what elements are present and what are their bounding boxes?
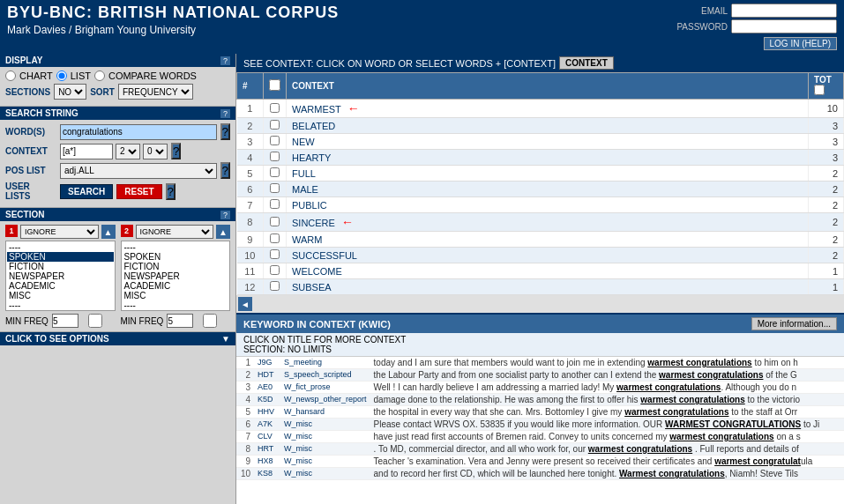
list-item[interactable]: ACADEMIC	[123, 281, 229, 291]
kwic-code2[interactable]: W_misc	[280, 443, 370, 456]
tot-check[interactable]	[814, 85, 825, 95]
row-word[interactable]: PUBLIC	[287, 197, 809, 213]
context-num2-select[interactable]: 0123	[143, 144, 168, 159]
list-item[interactable]: ----	[7, 300, 114, 310]
kwic-code2[interactable]: W_newsp_other_report	[280, 394, 370, 406]
word-link[interactable]: BELATED	[292, 121, 335, 131]
list-item[interactable]: ACADEMIC	[7, 281, 114, 291]
col1-type-select[interactable]: IGNORE	[20, 225, 99, 239]
list-item[interactable]: ----	[7, 242, 114, 252]
row-check[interactable]	[264, 134, 287, 150]
select-all-check[interactable]	[269, 79, 280, 91]
word-link[interactable]: NEW	[292, 137, 315, 147]
login-button[interactable]: LOG IN (HELP)	[764, 37, 837, 50]
options-bar[interactable]: CLICK TO SEE OPTIONS ▼	[0, 332, 235, 345]
context-help-btn[interactable]: ?	[171, 143, 181, 159]
results-nav-left[interactable]: ◄	[238, 297, 252, 311]
word-link[interactable]: FULL	[292, 168, 316, 179]
search-help-btn[interactable]: ?	[220, 109, 230, 118]
kwic-code2[interactable]: S_meeting	[280, 357, 370, 369]
context-num1-select[interactable]: 2134	[116, 144, 140, 159]
userlist-help-btn[interactable]: ?	[166, 183, 176, 200]
section-list2[interactable]: ---- SPOKEN FICTION NEWSPAPER ACADEMIC M…	[121, 241, 231, 311]
word-link[interactable]: SUBSEA	[292, 282, 332, 293]
sort-select[interactable]: FREQUENCY	[118, 84, 193, 100]
row-word[interactable]: SUBSEA	[287, 279, 809, 295]
list-item[interactable]: FICTION	[123, 262, 229, 271]
row-check[interactable]	[264, 263, 287, 279]
row-check[interactable]	[264, 232, 287, 248]
pos-help-btn[interactable]: ?	[220, 162, 230, 179]
min-freq2-input[interactable]	[167, 314, 193, 328]
word-input[interactable]	[60, 124, 217, 140]
kwic-code2[interactable]: W_hansard	[280, 406, 370, 419]
kwic-title-link[interactable]: W_fict_prose	[284, 382, 331, 391]
kwic-code2[interactable]: W_misc	[280, 419, 370, 431]
row-word[interactable]: MALE	[287, 182, 809, 197]
kwic-code2[interactable]: W_misc	[280, 431, 370, 443]
kwic-title-link[interactable]: W_misc	[284, 432, 312, 441]
pos-select[interactable]: adj.ALL	[60, 163, 217, 179]
word-link[interactable]: WARM	[292, 234, 322, 245]
min-freq1-input[interactable]	[52, 314, 78, 328]
kwic-title-link[interactable]: S_speech_scripted	[284, 370, 352, 379]
kwic-title-link[interactable]: W_misc	[284, 456, 312, 465]
row-check[interactable]	[264, 279, 287, 295]
display-help-btn[interactable]: ?	[220, 56, 230, 65]
list-item[interactable]: MISC	[7, 291, 114, 300]
word-link[interactable]: WELCOME	[292, 266, 342, 277]
context-button[interactable]: CONTEXT	[559, 56, 614, 70]
kwic-title-link[interactable]: W_misc	[284, 469, 312, 478]
row-word[interactable]: WARM	[287, 232, 809, 248]
kwic-code2[interactable]: W_misc	[280, 468, 370, 480]
kwic-title-link[interactable]: W_hansard	[284, 407, 325, 416]
list-item[interactable]: MISC	[123, 291, 229, 300]
list-item[interactable]: SPOKEN	[7, 252, 114, 262]
reset-button[interactable]: RESET	[116, 184, 161, 199]
row-word[interactable]: NEW	[287, 134, 809, 150]
row-check[interactable]	[264, 118, 287, 134]
sections-select[interactable]: NO	[54, 84, 86, 100]
min-freq1-check[interactable]	[82, 314, 108, 328]
word-link[interactable]: SINCERE	[292, 218, 335, 228]
col2-type-select[interactable]: IGNORE	[136, 225, 214, 239]
password-input[interactable]	[731, 19, 837, 33]
list-item[interactable]: ----	[123, 242, 229, 252]
row-word[interactable]: BELATED	[287, 118, 809, 134]
col1-scroll-up[interactable]: ▲	[101, 225, 116, 239]
search-button[interactable]: SEARCH	[60, 184, 113, 199]
section-help-btn[interactable]: ?	[220, 211, 230, 219]
list-item[interactable]: NEWSPAPER	[123, 271, 229, 281]
row-check[interactable]	[264, 248, 287, 263]
list-item[interactable]: FICTION	[7, 262, 114, 271]
min-freq2-check[interactable]	[197, 314, 223, 328]
row-word[interactable]: SUCCESSFUL	[287, 248, 809, 263]
compare-radio[interactable]	[94, 70, 105, 81]
kwic-title-link[interactable]: S_meeting	[284, 358, 322, 367]
word-link[interactable]: MALE	[292, 184, 318, 195]
list-item[interactable]: SPOKEN	[123, 252, 229, 262]
row-check[interactable]	[264, 197, 287, 213]
section-list1[interactable]: ---- SPOKEN FICTION NEWSPAPER ACADEMIC M…	[5, 241, 116, 311]
row-check[interactable]	[264, 213, 287, 232]
word-help-btn[interactable]: ?	[220, 123, 230, 140]
row-check[interactable]	[264, 150, 287, 166]
row-check[interactable]	[264, 166, 287, 182]
context-input[interactable]	[60, 144, 113, 159]
chart-radio[interactable]	[5, 70, 16, 81]
col2-scroll-up[interactable]: ▲	[216, 225, 230, 239]
kwic-code2[interactable]: S_speech_scripted	[280, 369, 370, 382]
kwic-code2[interactable]: W_misc	[280, 456, 370, 468]
more-info-button[interactable]: More information...	[751, 317, 837, 330]
word-link[interactable]: HEARTY	[292, 152, 331, 163]
kwic-code2[interactable]: W_fict_prose	[280, 382, 370, 394]
row-word[interactable]: HEARTY	[287, 150, 809, 166]
word-link[interactable]: PUBLIC	[292, 200, 327, 211]
row-word[interactable]: SINCERE ←	[287, 213, 809, 232]
list-item[interactable]: ----	[123, 300, 229, 310]
word-link[interactable]: WARMEST	[292, 104, 341, 115]
list-item[interactable]: NEWSPAPER	[7, 271, 114, 281]
word-link[interactable]: SUCCESSFUL	[292, 250, 357, 261]
row-word[interactable]: WELCOME	[287, 263, 809, 279]
row-check[interactable]	[264, 182, 287, 197]
